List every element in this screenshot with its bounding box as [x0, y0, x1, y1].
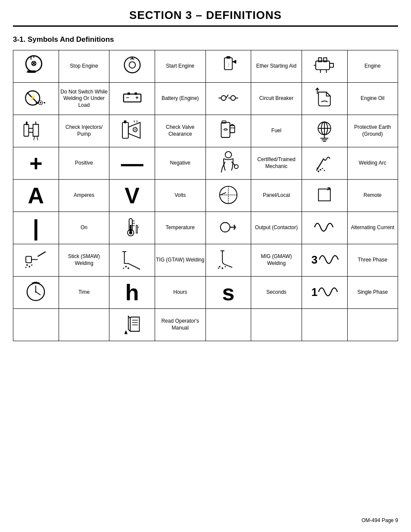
label-cell-7-0: Time: [59, 277, 109, 309]
svg-rect-49: [221, 122, 230, 137]
svg-rect-45: [124, 120, 126, 123]
page-footer: OM-494 Page 9: [361, 517, 398, 523]
icon-cell-2-3: [302, 115, 347, 147]
icon-cell-1-2: [206, 83, 251, 115]
svg-text:⚡: ⚡: [29, 94, 37, 101]
page-title: SECTION 3 – DEFINITIONS: [13, 9, 398, 27]
svg-text:⚙: ⚙: [132, 126, 138, 134]
svg-point-68: [324, 170, 325, 171]
svg-point-110: [35, 291, 37, 292]
label-cell-2-3: Protective Earth (Ground): [347, 115, 398, 147]
svg-text:⊗: ⊗: [31, 59, 37, 67]
label-cell-6-3: Three Phase: [347, 244, 398, 277]
svg-point-62: [234, 165, 238, 168]
icon-cell-0-3: [302, 50, 347, 83]
icon-cell-1-3: [302, 83, 347, 115]
icon-cell-6-1: [109, 244, 155, 277]
label-cell-7-2: Seconds: [251, 277, 302, 309]
svg-point-66: [322, 168, 323, 169]
label-cell-7-3: Single Phase: [347, 277, 398, 309]
label-cell-8-1: Read Operator's Manual: [155, 309, 206, 341]
svg-line-3: [27, 70, 28, 73]
svg-point-103: [221, 267, 223, 269]
icon-cell-5-3: [302, 212, 347, 244]
icon-cell-0-2: ⋮: [206, 50, 251, 83]
svg-line-93: [38, 252, 46, 256]
label-cell-6-2: MIG (GMAW) Welding: [251, 244, 302, 277]
svg-point-105: [218, 268, 219, 269]
svg-line-98: [128, 263, 140, 269]
icon-cell-7-3: 1: [302, 277, 347, 309]
svg-point-99: [125, 266, 127, 268]
icon-cell-2-0: [13, 115, 59, 147]
icon-cell-4-2: [206, 180, 251, 212]
svg-point-24: [36, 102, 37, 103]
svg-rect-11: [316, 61, 330, 69]
icon-cell-2-1: ⚙: [109, 115, 155, 147]
label-cell-6-1: TIG (GTAW) Welding: [155, 244, 206, 277]
svg-rect-12: [330, 63, 333, 67]
svg-point-22: [40, 102, 42, 103]
label-cell-8-0: [59, 309, 109, 341]
svg-line-109: [36, 292, 40, 295]
icon-cell-5-1: [109, 212, 155, 244]
svg-point-104: [224, 266, 226, 267]
label-cell-5-1: Temperature: [155, 212, 206, 244]
label-cell-0-3: Engine: [347, 50, 398, 83]
svg-point-96: [31, 264, 33, 265]
svg-line-43: [37, 136, 38, 140]
svg-rect-79: [130, 225, 131, 232]
svg-line-72: [221, 193, 226, 195]
label-cell-4-0: Amperes: [59, 180, 109, 212]
label-cell-3-1: Negative: [155, 147, 206, 180]
icon-cell-3-1: —: [109, 147, 155, 180]
svg-rect-37: [24, 124, 29, 136]
icon-cell-2-2: [206, 115, 251, 147]
icon-cell-6-2: [206, 244, 251, 277]
svg-text:1: 1: [311, 286, 318, 298]
svg-point-67: [317, 167, 318, 168]
label-cell-0-1: Start Engine: [155, 50, 206, 83]
label-cell-4-1: Volts: [155, 180, 206, 212]
svg-rect-91: [26, 256, 31, 263]
svg-point-94: [26, 264, 28, 266]
svg-point-31: [230, 96, 235, 100]
icon-cell-1-1: − +: [109, 83, 155, 115]
svg-rect-44: [122, 122, 128, 138]
icon-cell-7-1: h: [109, 277, 155, 309]
icon-cell-1-0: ⚡: [13, 83, 59, 115]
svg-text:−: −: [126, 94, 129, 101]
label-cell-0-0: Stop Engine: [59, 50, 109, 83]
icon-cell-7-0: [13, 277, 59, 309]
svg-point-86: [221, 222, 230, 232]
label-cell-3-2: Certified/Trained Mechanic: [251, 147, 302, 180]
icon-cell-4-3: [302, 180, 347, 212]
label-cell-1-1: Battery (Engine): [155, 83, 206, 115]
label-cell-5-3: Alternating Current: [347, 212, 398, 244]
icon-cell-3-3: [302, 147, 347, 180]
svg-point-97: [25, 267, 27, 268]
icon-cell-8-0: [13, 309, 59, 341]
svg-rect-73: [318, 189, 330, 201]
svg-point-61: [225, 151, 232, 158]
label-cell-5-2: Output (Contactor): [251, 212, 302, 244]
label-cell-3-3: Welding Arc: [347, 147, 398, 180]
svg-text:+: +: [135, 94, 139, 101]
section-heading: 3-1. Symbols And Definitions: [13, 35, 398, 44]
label-cell-1-3: Engine Oil: [347, 83, 398, 115]
icon-cell-0-0: ⊗: [13, 50, 59, 83]
label-cell-4-2: Panel/Local: [251, 180, 302, 212]
svg-rect-2: [28, 70, 36, 73]
svg-line-34: [226, 95, 228, 98]
svg-rect-8: [226, 56, 230, 59]
label-cell-5-0: On: [59, 212, 109, 244]
icon-cell-7-2: s: [206, 277, 251, 309]
label-cell-7-1: Hours: [155, 277, 206, 309]
label-cell-0-2: Ether Starting Aid: [251, 50, 302, 83]
icon-cell-8-3: [302, 309, 347, 341]
svg-point-102: [219, 266, 221, 268]
label-cell-2-0: Check Injectors/ Pump: [59, 115, 109, 147]
label-cell-6-0: Stick (SMAW) Welding: [59, 244, 109, 277]
icon-cell-3-0: +: [13, 147, 59, 180]
label-cell-8-2: [251, 309, 302, 341]
